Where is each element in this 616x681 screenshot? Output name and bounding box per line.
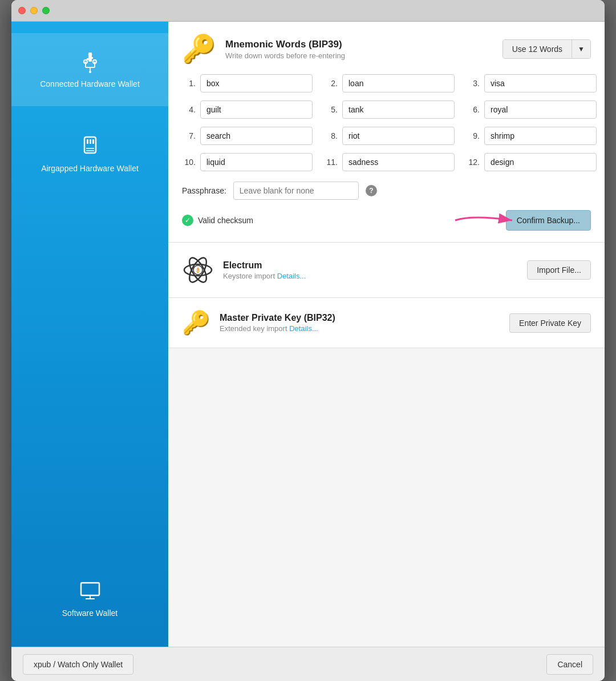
word-input-11[interactable] xyxy=(342,153,455,171)
electrum-keystore-label: Keystore import xyxy=(223,272,275,280)
monitor-icon xyxy=(79,579,102,602)
checksum-icon: ✓ xyxy=(182,215,193,226)
sidebar-item-airgapped-hardware[interactable]: Airgapped Hardware Wallet xyxy=(11,118,168,191)
cancel-button[interactable]: Cancel xyxy=(546,654,593,675)
word-num-6: 6. xyxy=(466,105,480,114)
mnemonic-subtitle: Write down words before re-entering xyxy=(225,51,345,60)
main-panel: 🔑 Mnemonic Words (BIP39) Write down word… xyxy=(168,22,605,647)
electrum-section: ₿ Electrum Keystore import Details... Im… xyxy=(168,243,605,298)
valid-checksum: ✓ Valid checksum xyxy=(182,215,253,226)
airgapped-hardware-label: Airgapped Hardware Wallet xyxy=(41,163,139,174)
word-num-11: 11. xyxy=(324,158,338,167)
svg-rect-9 xyxy=(91,57,93,59)
word-num-5: 5. xyxy=(324,105,338,114)
mnemonic-title: Mnemonic Words (BIP39) xyxy=(225,39,345,50)
svg-rect-16 xyxy=(81,583,99,595)
word-row-1: 1. xyxy=(182,74,313,92)
mpk-left: 🔑 Master Private Key (BIP32) Extended ke… xyxy=(182,309,335,336)
word-row-12: 12. xyxy=(466,153,597,171)
mpk-subtitle: Extended key import Details... xyxy=(220,324,335,333)
word-input-8[interactable] xyxy=(342,127,455,145)
close-button[interactable] xyxy=(18,7,26,14)
word-input-7[interactable] xyxy=(200,127,313,145)
electrum-icon: ₿ xyxy=(182,254,214,286)
mpk-title: Master Private Key (BIP32) xyxy=(220,313,335,323)
svg-rect-12 xyxy=(90,139,91,144)
word-num-7: 7. xyxy=(182,131,196,140)
word-row-11: 11. xyxy=(324,153,455,171)
mnemonic-section: 🔑 Mnemonic Words (BIP39) Write down word… xyxy=(168,22,605,243)
word-row-2: 2. xyxy=(324,74,455,92)
usb-icon xyxy=(79,50,102,73)
bottom-bar: xpub / Watch Only Wallet Cancel xyxy=(11,647,605,681)
word-num-1: 1. xyxy=(182,79,196,88)
passphrase-row: Passphrase: ? xyxy=(182,182,591,200)
sidebar-item-software-wallet[interactable]: Software Wallet xyxy=(11,562,168,635)
arrow-annotation xyxy=(449,212,518,229)
word-grid: 1. 2. 3. 4. xyxy=(182,74,591,171)
sidebar: Connected Hardware Wallet Airgapped Hard… xyxy=(11,22,168,647)
word-num-4: 4. xyxy=(182,105,196,114)
import-file-button[interactable]: Import File... xyxy=(527,260,591,280)
word-input-9[interactable] xyxy=(484,127,597,145)
word-input-5[interactable] xyxy=(342,100,455,119)
svg-rect-11 xyxy=(87,139,88,144)
valid-checksum-label: Valid checksum xyxy=(198,216,253,225)
enter-private-key-button[interactable]: Enter Private Key xyxy=(509,313,591,333)
mnemonic-header-left: 🔑 Mnemonic Words (BIP39) Write down word… xyxy=(182,33,345,65)
word-row-9: 9. xyxy=(466,127,597,145)
electrum-details-link[interactable]: Details... xyxy=(277,272,306,280)
use-words-dropdown[interactable]: ▼ xyxy=(572,40,590,58)
use-words-button[interactable]: Use 12 Words xyxy=(503,40,572,58)
word-row-4: 4. xyxy=(182,100,313,119)
electrum-left: ₿ Electrum Keystore import Details... xyxy=(182,254,306,286)
minimize-button[interactable] xyxy=(30,7,38,14)
mpk-extended-label: Extended key import xyxy=(220,324,287,333)
word-num-2: 2. xyxy=(324,79,338,88)
word-num-3: 3. xyxy=(466,79,480,88)
master-private-key-section: 🔑 Master Private Key (BIP32) Extended ke… xyxy=(168,298,605,348)
checksum-row: ✓ Valid checksum Confirm Backup... xyxy=(182,210,591,231)
word-input-12[interactable] xyxy=(484,153,597,171)
word-num-10: 10. xyxy=(182,158,196,167)
word-input-2[interactable] xyxy=(342,74,455,92)
word-input-4[interactable] xyxy=(200,100,313,119)
word-row-10: 10. xyxy=(182,153,313,171)
word-input-3[interactable] xyxy=(484,74,597,92)
confirm-backup-button[interactable]: Confirm Backup... xyxy=(506,210,591,231)
sd-card-icon xyxy=(79,135,102,158)
svg-rect-8 xyxy=(87,58,89,60)
xpub-watch-only-button[interactable]: xpub / Watch Only Wallet xyxy=(23,654,133,675)
sidebar-item-connected-hardware[interactable]: Connected Hardware Wallet xyxy=(11,33,168,106)
word-row-3: 3. xyxy=(466,74,597,92)
gray-area xyxy=(168,348,605,647)
word-row-6: 6. xyxy=(466,100,597,119)
passphrase-input[interactable] xyxy=(233,182,359,200)
software-wallet-label: Software Wallet xyxy=(62,608,118,618)
mnemonic-header: 🔑 Mnemonic Words (BIP39) Write down word… xyxy=(182,33,591,65)
word-row-7: 7. xyxy=(182,127,313,145)
word-num-12: 12. xyxy=(466,158,480,167)
titlebar xyxy=(11,0,605,22)
word-input-6[interactable] xyxy=(484,100,597,119)
mpk-key-icon: 🔑 xyxy=(182,309,210,336)
word-num-8: 8. xyxy=(324,131,338,140)
help-icon[interactable]: ? xyxy=(366,185,377,196)
word-input-1[interactable] xyxy=(200,74,313,92)
word-num-9: 9. xyxy=(466,131,480,140)
electrum-subtitle: Keystore import Details... xyxy=(223,272,306,280)
mpk-details-link[interactable]: Details... xyxy=(289,324,318,333)
key-icon-large: 🔑 xyxy=(182,33,216,65)
electrum-title: Electrum xyxy=(223,260,306,271)
svg-rect-13 xyxy=(92,139,94,144)
maximize-button[interactable] xyxy=(42,7,50,14)
passphrase-label: Passphrase: xyxy=(182,186,226,195)
connected-hardware-label: Connected Hardware Wallet xyxy=(40,79,140,89)
app-window: Connected Hardware Wallet Airgapped Hard… xyxy=(11,0,605,681)
content-area: Connected Hardware Wallet Airgapped Hard… xyxy=(11,22,605,647)
word-row-8: 8. xyxy=(324,127,455,145)
word-row-5: 5. xyxy=(324,100,455,119)
word-input-10[interactable] xyxy=(200,153,313,171)
use-words-btn-group: Use 12 Words ▼ xyxy=(502,39,591,59)
svg-point-7 xyxy=(89,71,91,73)
